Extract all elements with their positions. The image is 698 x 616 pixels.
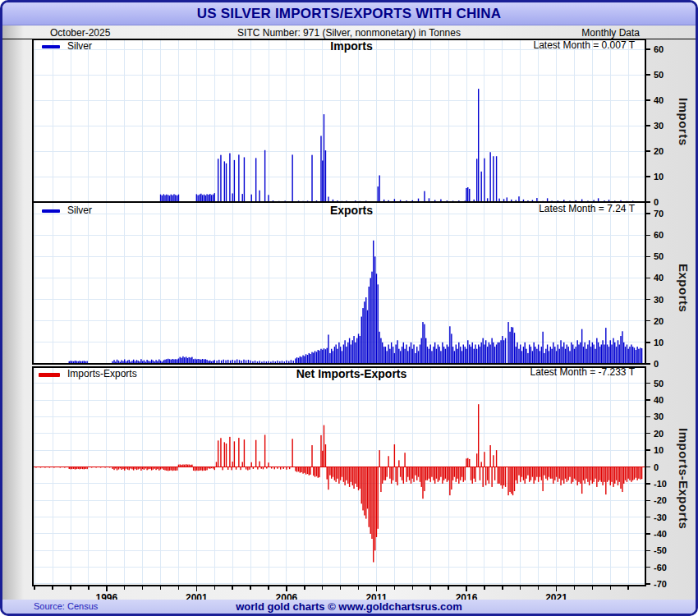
net-panel-title: Net Imports-Exports [208,367,495,380]
imports-legend-dash-icon [42,45,60,48]
exports-panel-title: Exports [208,204,495,217]
svg-text:10: 10 [654,338,664,347]
svg-text:60: 60 [654,44,664,54]
svg-text:0: 0 [654,359,659,369]
chart-window: US SILVER IMPORTS/EXPORTS WITH CHINA Oct… [0,0,698,616]
net-legend-label: Imports-Exports [67,368,137,379]
imports-axis-name: Imports [663,83,691,161]
chart-plot-svg: 010203040506001020304050607050403020100-… [2,2,698,616]
net-axis-name: Imports-Exports [663,413,691,545]
svg-text:0: 0 [654,197,659,207]
imports-legend-label: Silver [67,40,92,52]
exports-legend-label: Silver [67,205,92,216]
svg-text:0: 0 [654,462,659,472]
svg-text:60: 60 [654,230,664,240]
footer-strip: Source: Census world gold charts © www.g… [2,600,696,614]
svg-text:70: 70 [654,209,664,218]
imports-latest-value: Latest Month = 0.007 T [533,39,635,51]
exports-legend-dash-icon [42,209,60,213]
svg-text:-70: -70 [654,579,667,589]
exports-axis-name: Exports [663,249,691,327]
svg-text:10: 10 [654,172,664,182]
credit-label: world gold charts © www.goldchartsrus.co… [2,600,696,613]
net-latest-value: Latest Month = -7.233 T [530,366,635,378]
exports-latest-value: Latest Month = 7.24 T [539,203,635,214]
svg-text:40: 40 [654,395,664,405]
svg-text:50: 50 [654,379,664,388]
imports-panel-title: Imports [208,39,495,53]
net-legend-dash-icon [39,373,60,377]
svg-text:50: 50 [654,70,664,80]
svg-text:-60: -60 [654,563,667,572]
svg-text:-50: -50 [654,545,667,555]
